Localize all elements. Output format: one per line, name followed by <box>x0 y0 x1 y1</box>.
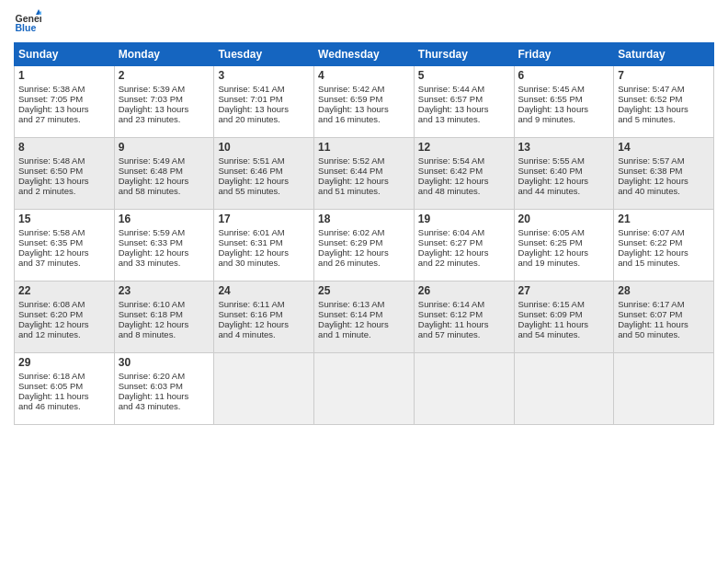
day-number: 24 <box>218 284 310 297</box>
day-number: 4 <box>318 69 410 82</box>
day-info-line: and 26 minutes. <box>318 258 410 268</box>
day-number: 12 <box>418 141 510 154</box>
weekday-header-monday: Monday <box>114 43 214 66</box>
day-info-line: Sunrise: 6:15 AM <box>518 299 610 309</box>
day-info-line: and 27 minutes. <box>18 114 110 124</box>
day-info-line: Sunset: 6:35 PM <box>18 237 110 247</box>
calendar-cell: 28Sunrise: 6:17 AMSunset: 6:07 PMDayligh… <box>614 282 714 353</box>
calendar-week-row: 1Sunrise: 5:38 AMSunset: 7:05 PMDaylight… <box>15 66 714 138</box>
day-info-line: Daylight: 12 hours <box>119 247 210 258</box>
day-number: 18 <box>318 213 410 225</box>
day-info-line: Daylight: 12 hours <box>18 247 110 258</box>
day-info-line: Sunrise: 6:17 AM <box>618 299 710 309</box>
day-number: 21 <box>618 213 710 225</box>
day-number: 15 <box>18 213 110 225</box>
day-info-line: and 16 minutes. <box>318 114 410 124</box>
day-info-line: and 54 minutes. <box>518 329 610 339</box>
day-info-line: Sunset: 6:31 PM <box>218 237 310 247</box>
day-info-line: and 13 minutes. <box>418 114 510 124</box>
day-info-line: Sunset: 6:59 PM <box>318 94 410 104</box>
day-info-line: Daylight: 12 hours <box>318 319 410 329</box>
day-info-line: Sunrise: 6:05 AM <box>518 227 610 237</box>
calendar-week-row: 15Sunrise: 5:58 AMSunset: 6:35 PMDayligh… <box>15 210 714 282</box>
calendar-cell: 11Sunrise: 5:52 AMSunset: 6:44 PMDayligh… <box>314 138 415 210</box>
day-info-line: Sunset: 6:20 PM <box>18 309 110 319</box>
calendar-cell: 30Sunrise: 6:20 AMSunset: 6:03 PMDayligh… <box>114 353 214 425</box>
calendar-table: SundayMondayTuesdayWednesdayThursdayFrid… <box>14 42 714 425</box>
day-info-line: Daylight: 12 hours <box>418 247 510 258</box>
day-info-line: Daylight: 11 hours <box>618 319 710 329</box>
weekday-header-friday: Friday <box>514 43 614 66</box>
day-info-line: Sunset: 6:29 PM <box>318 237 410 247</box>
day-info-line: Sunrise: 6:11 AM <box>218 299 310 309</box>
day-info-line: Sunrise: 6:01 AM <box>218 227 310 237</box>
day-info-line: Sunrise: 5:59 AM <box>119 227 210 237</box>
day-number: 25 <box>318 284 410 297</box>
logo: General Blue <box>14 9 45 37</box>
calendar-cell <box>614 353 714 425</box>
day-info-line: Sunset: 7:01 PM <box>218 94 310 104</box>
calendar-cell: 1Sunrise: 5:38 AMSunset: 7:05 PMDaylight… <box>15 66 115 138</box>
day-info-line: and 5 minutes. <box>618 114 710 124</box>
calendar-cell: 21Sunrise: 6:07 AMSunset: 6:22 PMDayligh… <box>614 210 714 282</box>
calendar-cell: 3Sunrise: 5:41 AMSunset: 7:01 PMDaylight… <box>214 66 314 138</box>
calendar-cell: 4Sunrise: 5:42 AMSunset: 6:59 PMDaylight… <box>314 66 415 138</box>
day-number: 10 <box>218 141 310 154</box>
day-number: 17 <box>218 213 310 225</box>
day-info-line: and 40 minutes. <box>618 186 710 196</box>
svg-text:Blue: Blue <box>16 22 37 33</box>
day-info-line: Sunset: 6:55 PM <box>518 94 610 104</box>
calendar-cell <box>214 353 314 425</box>
calendar-cell <box>414 353 514 425</box>
day-info-line: Sunrise: 6:10 AM <box>119 299 210 309</box>
day-info-line: and 57 minutes. <box>418 329 510 339</box>
calendar-cell: 29Sunrise: 6:18 AMSunset: 6:05 PMDayligh… <box>15 353 115 425</box>
day-info-line: Sunset: 7:03 PM <box>119 94 210 104</box>
day-info-line: Daylight: 13 hours <box>218 104 310 114</box>
day-info-line: and 12 minutes. <box>18 329 110 339</box>
day-info-line: and 55 minutes. <box>218 186 310 196</box>
day-info-line: Daylight: 12 hours <box>318 247 410 258</box>
day-info-line: Sunrise: 5:45 AM <box>518 84 610 94</box>
calendar-cell: 12Sunrise: 5:54 AMSunset: 6:42 PMDayligh… <box>414 138 514 210</box>
day-info-line: Sunrise: 6:20 AM <box>119 371 210 381</box>
day-number: 11 <box>318 141 410 154</box>
page-container: General Blue SundayMondayTuesdayWednesda… <box>0 0 728 434</box>
day-info-line: and 43 minutes. <box>119 401 210 411</box>
day-info-line: Sunrise: 5:42 AM <box>318 84 410 94</box>
day-info-line: Sunset: 6:48 PM <box>119 166 210 176</box>
day-info-line: Sunset: 6:03 PM <box>119 381 210 391</box>
day-number: 7 <box>618 69 710 82</box>
day-info-line: Sunrise: 6:18 AM <box>18 371 110 381</box>
day-number: 2 <box>119 69 210 82</box>
day-info-line: Sunset: 6:18 PM <box>119 309 210 319</box>
day-number: 26 <box>418 284 510 297</box>
calendar-cell: 10Sunrise: 5:51 AMSunset: 6:46 PMDayligh… <box>214 138 314 210</box>
calendar-cell: 16Sunrise: 5:59 AMSunset: 6:33 PMDayligh… <box>114 210 214 282</box>
header: General Blue <box>14 9 714 37</box>
day-info-line: Sunrise: 6:14 AM <box>418 299 510 309</box>
weekday-header-thursday: Thursday <box>414 43 514 66</box>
day-info-line: Sunset: 7:05 PM <box>18 94 110 104</box>
day-info-line: Sunrise: 5:54 AM <box>418 155 510 166</box>
day-number: 22 <box>18 284 110 297</box>
day-number: 1 <box>18 69 110 82</box>
calendar-cell: 7Sunrise: 5:47 AMSunset: 6:52 PMDaylight… <box>614 66 714 138</box>
day-number: 13 <box>518 141 610 154</box>
day-number: 19 <box>418 213 510 225</box>
day-info-line: Sunrise: 5:47 AM <box>618 84 710 94</box>
day-info-line: and 58 minutes. <box>119 186 210 196</box>
logo-icon: General Blue <box>14 9 41 37</box>
day-info-line: Daylight: 13 hours <box>119 104 210 114</box>
day-info-line: Daylight: 11 hours <box>518 319 610 329</box>
day-info-line: and 8 minutes. <box>119 329 210 339</box>
day-number: 28 <box>618 284 710 297</box>
weekday-header-tuesday: Tuesday <box>214 43 314 66</box>
day-info-line: Sunset: 6:38 PM <box>618 166 710 176</box>
day-number: 30 <box>119 356 210 369</box>
calendar-cell: 6Sunrise: 5:45 AMSunset: 6:55 PMDaylight… <box>514 66 614 138</box>
day-info-line: Daylight: 12 hours <box>119 319 210 329</box>
day-number: 27 <box>518 284 610 297</box>
calendar-cell: 2Sunrise: 5:39 AMSunset: 7:03 PMDaylight… <box>114 66 214 138</box>
day-info-line: and 37 minutes. <box>18 258 110 268</box>
